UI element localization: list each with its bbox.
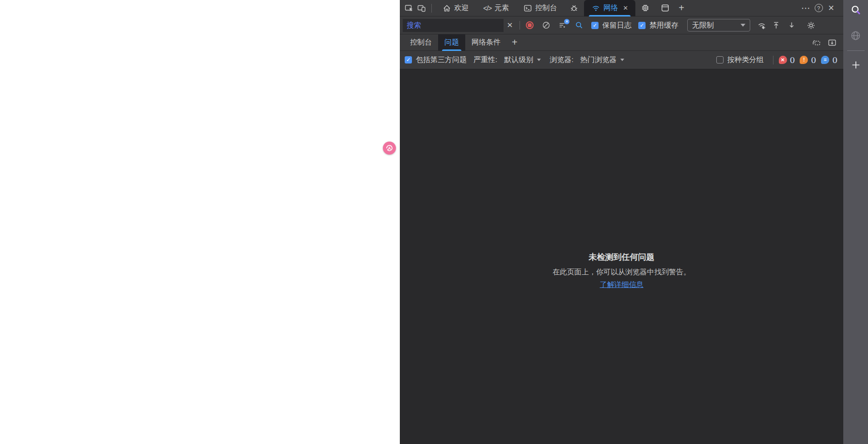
browser-label: 浏览器: [550,55,573,64]
sidebar-search-button[interactable] [848,2,864,18]
device-toolbar-icon [417,3,426,13]
learn-more-link[interactable]: 了解详细信息 [600,280,644,289]
search-network-button[interactable] [573,19,585,32]
devtools-panel: 欢迎 </> 元素 控制台 [400,0,843,444]
severity-label: 严重性: [473,55,497,64]
issues-empty-state: 未检测到任何问题 在此页面上，你可以从浏览器中找到警告。 了解详细信息 [400,69,843,289]
inspect-icon [404,3,414,13]
group-by-kind-checkbox[interactable] [716,56,724,63]
search-icon [850,4,862,16]
gear-icon [806,21,816,30]
check-icon: ✓ [640,22,644,29]
clear-network-log-button[interactable] [540,19,552,32]
network-search-input[interactable] [403,19,504,32]
plus-icon: + [512,37,518,48]
warning-count: 0 [811,55,816,65]
tab-welcome[interactable]: 欢迎 [435,0,476,16]
wifi-icon [591,3,600,13]
bug-icon [569,3,579,13]
add-drawer-tab-button[interactable]: + [507,37,522,48]
tab-label: 控制台 [410,38,432,47]
expand-quick-view-button[interactable] [826,36,838,49]
import-har-icon [772,21,781,30]
drawer-tab-network-conditions[interactable]: 网络条件 [465,34,507,51]
warning-badge-icon: ! [800,56,808,64]
globe-icon [850,30,861,41]
tab-network[interactable]: 网络 ✕ [584,0,635,16]
plus-icon [851,60,861,70]
filter-button[interactable]: ✕ [556,19,569,32]
error-count: 0 [790,55,795,65]
devtools-main-toolbar: 欢迎 </> 元素 控制台 [400,0,843,16]
issues-toolbar: ✓ 包括第三方问题 严重性: 默认级别 浏览器: 热门浏览器 按种类分组 ✕ 0… [400,51,843,69]
export-har-button[interactable] [785,19,798,32]
tab-label: 网络条件 [472,38,501,47]
network-settings-button[interactable] [805,19,817,32]
translate-icon: A [385,144,394,152]
clear-search-button[interactable]: ✕ [504,19,516,32]
toolbar-divider [520,21,520,30]
chevron-down-icon [620,59,624,61]
network-conditions-button[interactable] [755,19,768,32]
preserve-log-checkbox[interactable]: ✓ [591,22,599,29]
svg-text:A: A [388,146,391,151]
chevron-down-icon [537,59,541,61]
expand-panel-icon [827,38,837,48]
close-tab-icon[interactable]: ✕ [623,4,628,12]
inspect-element-button[interactable] [403,2,415,15]
add-tab-button[interactable]: + [675,2,688,15]
tab-label: 元素 [494,3,509,13]
drawer-tab-bar: 控制台 问题 网络条件 + [400,34,843,51]
tab-label: 问题 [444,38,459,47]
clear-search-icon: ✕ [507,21,513,30]
throttling-value: 无限制 [692,21,714,30]
empty-state-subtitle: 在此页面上，你可以从浏览器中找到警告。 [400,268,843,277]
tab-memory[interactable] [635,0,655,16]
chip-icon [641,3,650,13]
translate-float-button[interactable]: A [383,142,396,155]
toolbar-divider [431,4,432,13]
browser-dropdown[interactable]: 热门浏览器 [580,55,624,64]
import-har-button[interactable] [770,19,782,32]
drawer-tab-console[interactable]: 控制台 [404,34,438,51]
code-icon: </> [483,4,491,12]
drawer-tab-issues[interactable]: 问题 [438,34,465,51]
device-toolbar-button[interactable] [415,2,428,15]
undock-quick-view-button[interactable] [810,36,823,49]
help-button[interactable]: ? [812,2,825,15]
tab-console[interactable]: 控制台 [516,0,564,16]
include-third-party-label: 包括第三方问题 [416,55,467,64]
tab-label: 欢迎 [454,3,469,13]
tab-label: 控制台 [535,3,557,13]
issues-panel-content: 未检测到任何问题 在此页面上，你可以从浏览器中找到警告。 了解详细信息 [400,69,843,442]
severity-dropdown[interactable]: 默认级别 [504,55,541,64]
help-icon: ? [815,4,823,12]
include-third-party-checkbox[interactable]: ✓ [405,56,412,63]
search-icon [575,21,584,30]
network-conditions-icon [757,21,766,30]
tab-layout[interactable] [655,0,675,16]
clear-icon [542,21,551,30]
disable-cache-checkbox[interactable]: ✓ [638,22,646,29]
record-network-log-button[interactable] [523,19,536,32]
selected-tab-underline [589,15,631,16]
info-count: 0 [832,55,837,65]
selected-tab-underline [442,49,461,51]
empty-state-title: 未检测到任何问题 [400,252,843,263]
info-badge-icon: = [821,56,829,64]
record-stop-icon [526,21,534,29]
more-options-button[interactable]: ⋯ [800,2,812,15]
console-icon [523,4,532,13]
chevron-down-icon [741,24,745,27]
close-devtools-button[interactable]: ✕ [825,2,837,15]
home-icon [442,4,451,13]
tab-elements[interactable]: </> 元素 [476,0,516,16]
more-icon: ⋯ [801,2,811,14]
throttling-dropdown[interactable]: 无限制 [687,19,750,32]
tab-debug[interactable] [564,0,584,16]
close-icon: ✕ [828,3,834,13]
plus-icon: + [679,2,684,14]
sidebar-discover-button[interactable] [848,27,864,44]
rotate-panel-icon [812,38,821,48]
sidebar-add-button[interactable] [848,57,864,73]
